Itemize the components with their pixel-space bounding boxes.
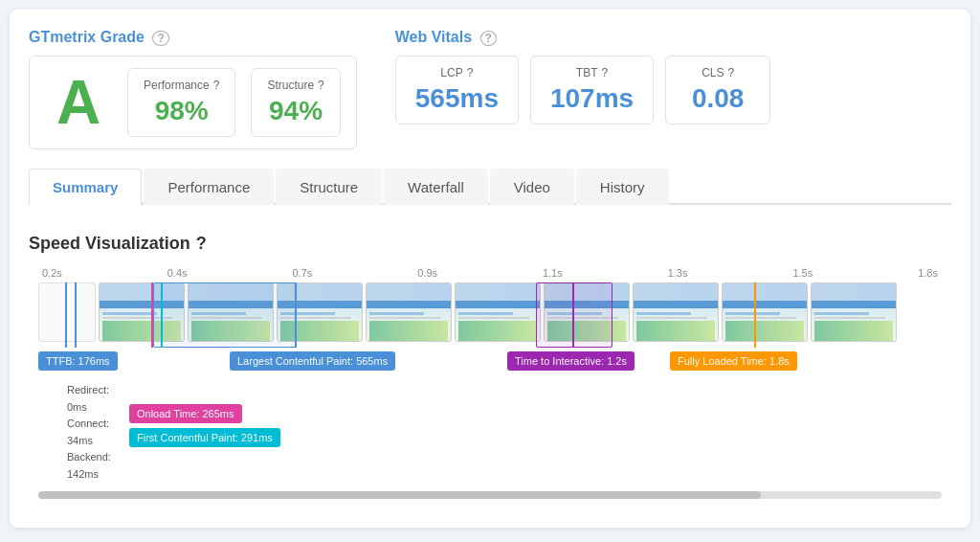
backend-label: Backend: 142ms [67,449,111,483]
lcp-help-icon[interactable]: ? [467,66,474,79]
cls-value: 0.08 [685,83,750,114]
marker-0: 0.2s [42,267,62,279]
frame-thumb-4 [366,282,452,342]
frames-area [38,282,942,342]
line-fcp [161,282,163,348]
marker-1: 0.4s [167,267,188,279]
speed-viz-help-icon[interactable]: ? [196,234,207,254]
tabs-container: Summary Performance Structure Waterfall … [29,169,951,205]
tbt-box: TBT ? 107ms [530,56,654,124]
cls-help-icon[interactable]: ? [727,66,734,79]
tab-video[interactable]: Video [490,169,574,205]
ttfb-label: TTFB: 176ms [38,351,118,371]
marker-6: 1.5s [792,267,813,279]
cls-label: CLS ? [685,66,750,79]
frame-thumb-8 [722,282,808,342]
marker-4: 1.1s [543,267,563,279]
line-onload [151,282,153,348]
tab-history[interactable]: History [576,169,669,205]
scrollbar-thumb[interactable] [38,491,761,499]
speed-viz-title: Speed Visualization ? [29,234,951,254]
gtmetrix-label-text: GTmetrix Grade [29,29,145,45]
timeline-wrapper: 0.2s 0.4s 0.7s 0.9s 1.1s 1.3s 1.5s 1.8s [29,267,951,499]
frame-blank-0 [38,282,96,342]
tbt-label: TBT ? [550,66,634,79]
fcp-label: First Contentful Paint: 291ms [129,428,280,447]
web-vitals-help-icon[interactable]: ? [480,31,497,46]
gtmetrix-grade-block: GTmetrix Grade ? A Performance ? 98% [29,29,357,149]
tbt-value: 107ms [550,83,634,114]
grade-card: A Performance ? 98% Structure ? [29,56,357,149]
line-ttfb2 [75,282,77,348]
tab-summary[interactable]: Summary [29,169,142,205]
line-ttfb [65,282,67,348]
lcp-label: Largest Contentful Paint: 565ms [230,351,395,371]
tbt-help-icon[interactable]: ? [602,66,609,79]
marker-3: 0.9s [417,267,437,279]
tab-waterfall[interactable]: Waterfall [384,169,488,205]
web-vitals-label: Web Vitals ? [395,29,951,46]
main-container: GTmetrix Grade ? A Performance ? 98% [10,10,970,528]
redirect-label: Redirect: 0ms [67,382,111,416]
marker-7: 1.8s [918,267,938,279]
flt-label: Fully Loaded Time: 1.8s [670,351,797,371]
line-tti [572,282,574,348]
performance-help-icon[interactable]: ? [213,79,220,92]
onload-label: Onload Time: 265ms [129,404,242,423]
tab-performance[interactable]: Performance [144,169,274,205]
tti-label: Time to Interactive: 1.2s [507,351,635,371]
gtmetrix-grade-label: GTmetrix Grade ? [29,29,357,46]
web-vitals-label-text: Web Vitals [395,29,472,45]
lcp-value: 565ms [415,83,499,114]
grade-letter: A [45,72,112,133]
frame-thumb-5 [455,282,541,342]
structure-value: 94% [267,96,323,126]
lcp-label: LCP ? [415,66,499,79]
connect-label: Connect: 34ms [67,416,111,449]
structure-help-icon[interactable]: ? [318,79,324,92]
performance-label-text: Performance [144,79,210,92]
marker-2: 0.7s [292,267,312,279]
vitals-cards: LCP ? 565ms TBT ? 107ms CLS ? [395,56,951,124]
grade-section: GTmetrix Grade ? A Performance ? 98% [29,29,951,149]
lcp-highlight [153,282,297,348]
line-lcp [295,282,297,348]
lcp-box: LCP ? 565ms [395,56,519,124]
performance-metric-box: Performance ? 98% [127,68,235,137]
timeline-markers: 0.2s 0.4s 0.7s 0.9s 1.1s 1.3s 1.5s 1.8s [38,267,942,279]
structure-label-text: Structure [267,79,314,92]
grade-metrics: Performance ? 98% Structure ? 94% [127,68,341,137]
tab-structure[interactable]: Structure [276,169,382,205]
lcp-label-text: LCP [440,66,462,79]
gtmetrix-help-icon[interactable]: ? [152,31,168,46]
scrollbar-area[interactable] [38,491,942,499]
line-flt [754,282,756,348]
speed-viz-title-text: Speed Visualization [29,234,190,254]
cls-box: CLS ? 0.08 [665,56,770,124]
web-vitals-block: Web Vitals ? LCP ? 565ms TBT ? 107ms [395,29,951,149]
sub-labels: Redirect: 0ms Connect: 34ms Backend: 142… [67,382,111,484]
frame-thumb-9 [811,282,897,342]
speed-viz-section: Speed Visualization ? 0.2s 0.4s 0.7s 0.9… [29,224,951,508]
timeline-labels-area: TTFB: 176ms Redirect: 0ms Connect: 34ms … [38,351,942,476]
cls-label-text: CLS [702,66,724,79]
performance-value: 98% [144,96,219,126]
structure-label: Structure ? [267,79,323,92]
performance-label: Performance ? [144,79,219,92]
marker-5: 1.3s [668,267,688,279]
frame-thumb-7 [633,282,719,342]
tti-highlight [536,282,612,348]
tbt-label-text: TBT [576,66,598,79]
structure-metric-box: Structure ? 94% [251,68,340,137]
